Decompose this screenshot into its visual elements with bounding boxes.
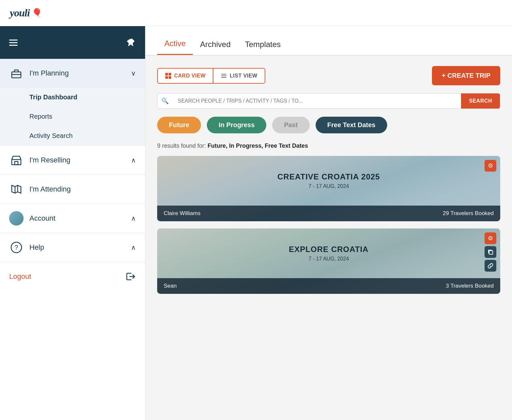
results-prefix-text: results found for: [162, 143, 206, 149]
nav-reselling-label: I'm Reselling [29, 156, 125, 164]
nav-plain-attending[interactable]: I'm Attending [0, 175, 145, 204]
briefcase-icon [9, 66, 24, 80]
svg-rect-15 [221, 77, 226, 78]
trip-travelers-1: 29 Travelers Booked [443, 210, 494, 217]
nav-plain-reselling[interactable]: I'm Reselling ∧ [0, 146, 145, 175]
svg-rect-2 [12, 160, 21, 165]
results-filters: Future, In Progress, Free Text Dates [207, 143, 308, 149]
help-icon: ? [9, 240, 24, 255]
sidebar-item-activity-search[interactable]: Activity Search [0, 126, 145, 145]
sidebar-item-trip-dashboard[interactable]: Trip Dashboard [0, 88, 145, 107]
nav-planning-label: I'm Planning [29, 69, 125, 77]
filter-future[interactable]: Future [157, 117, 201, 133]
hamburger-button[interactable] [9, 40, 18, 46]
tabs-bar: Active Archived Templates [145, 26, 512, 56]
nav-plain-help[interactable]: ? Help ∧ [0, 233, 145, 262]
trip-travelers-2: 3 Travelers Booked [446, 283, 494, 289]
tab-active[interactable]: Active [157, 39, 193, 55]
chevron-up-icon-help: ∧ [131, 244, 136, 251]
nav-section-planning: I'm Planning ∨ Trip Dashboard Reports Ac… [0, 59, 145, 146]
nav-planning-header[interactable]: I'm Planning ∨ [0, 59, 145, 88]
trip-date-1: 7 - 17 AUG, 2024 [308, 183, 349, 189]
chevron-down-icon: ∨ [131, 69, 136, 77]
logo-balloon-icon: 🎈 [32, 8, 42, 18]
svg-text:?: ? [14, 244, 18, 251]
nav-attending-label: I'm Attending [29, 185, 136, 193]
nav-account-label: Account [29, 214, 125, 223]
filter-freetext[interactable]: Free Text Dates [316, 117, 387, 133]
trip-title-1: CREATIVE CROATIA 2025 [277, 172, 380, 181]
svg-rect-9 [165, 73, 168, 76]
trip-date-2: 7 - 17 AUG, 2024 [308, 256, 349, 262]
trip-link-button-2[interactable] [485, 260, 496, 272]
pin-button[interactable] [125, 37, 136, 48]
trip-card-2: EXPLORE CROATIA 7 - 17 AUG, 2024 Sean 3 … [157, 228, 500, 294]
card-view-label: CARD VIEW [174, 73, 206, 79]
svg-marker-4 [12, 185, 21, 193]
nav-plain-account[interactable]: Account ∧ [0, 204, 145, 233]
tab-templates[interactable]: Templates [238, 40, 288, 55]
results-info: 9 results found for: Future, In Progress… [157, 143, 500, 149]
header: youli 🎈 [0, 0, 512, 26]
logout-row[interactable]: Logout [0, 262, 145, 291]
logout-icon [125, 271, 136, 282]
trip-author-2: Sean [164, 283, 177, 289]
svg-rect-11 [165, 76, 168, 79]
logo-text: youli [10, 7, 30, 19]
nav-help-label: Help [29, 243, 125, 252]
svg-rect-3 [15, 161, 18, 165]
card-view-button[interactable]: CARD VIEW [158, 69, 213, 83]
trip-title-2: EXPLORE CROATIA [289, 245, 369, 254]
toolbar: CARD VIEW LIST VIEW + CREATE TRIP [157, 66, 500, 85]
trip-settings-button-2[interactable]: ⚙ [485, 232, 496, 244]
create-trip-button[interactable]: + CREATE TRIP [432, 66, 500, 85]
svg-rect-12 [169, 76, 171, 79]
view-toggle: CARD VIEW LIST VIEW [157, 68, 265, 84]
chevron-up-icon: ∧ [131, 156, 136, 164]
search-bar: 🔍 SEARCH [157, 93, 500, 109]
filter-past[interactable]: Past [272, 117, 309, 133]
svg-rect-13 [221, 74, 226, 75]
trip-settings-button-1[interactable]: ⚙ [485, 160, 496, 172]
search-icon: 🔍 [157, 97, 173, 105]
svg-rect-14 [221, 76, 226, 76]
filter-pills: Future In Progress Past Free Text Dates [157, 117, 500, 133]
chevron-up-icon-account: ∧ [131, 214, 136, 222]
svg-rect-16 [489, 251, 493, 254]
trip-card-1: CREATIVE CROATIA 2025 7 - 17 AUG, 2024 C… [157, 156, 500, 221]
tab-archived[interactable]: Archived [193, 40, 238, 55]
store-icon [9, 153, 24, 167]
logout-label: Logout [9, 272, 31, 281]
filter-inprogress[interactable]: In Progress [207, 117, 266, 133]
logo: youli 🎈 [10, 7, 42, 19]
main-content: Active Archived Templates CARD VIEW [145, 26, 512, 420]
svg-rect-10 [169, 73, 171, 76]
sidebar: I'm Planning ∨ Trip Dashboard Reports Ac… [0, 26, 145, 420]
map-icon [9, 182, 24, 196]
trip-copy-button-2[interactable] [485, 246, 496, 258]
sidebar-item-reports[interactable]: Reports [0, 107, 145, 126]
search-input[interactable] [173, 93, 461, 109]
sidebar-topbar [0, 26, 145, 59]
list-view-label: LIST VIEW [230, 73, 257, 79]
trip-author-1: Claire Williams [164, 210, 200, 217]
account-avatar [9, 211, 24, 226]
list-view-button[interactable]: LIST VIEW [213, 69, 265, 83]
search-button[interactable]: SEARCH [461, 93, 500, 109]
results-count: 9 [157, 143, 160, 149]
